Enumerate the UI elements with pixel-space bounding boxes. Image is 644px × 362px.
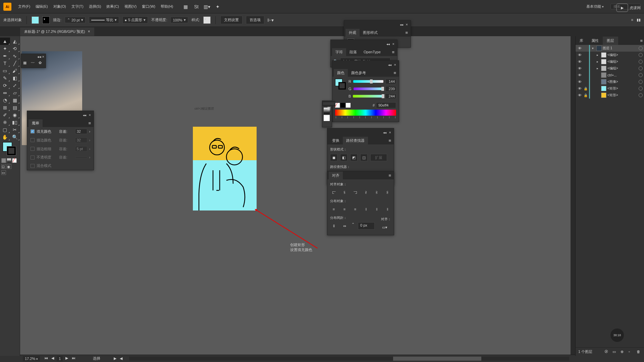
g-slider[interactable] [354,87,383,90]
blend-tool[interactable]: ◉ [10,111,20,119]
panel-menu-icon[interactable]: ≡ [404,30,409,35]
close-icon[interactable]: × [391,42,396,46]
r-slider[interactable] [353,80,383,83]
tab-paragraph[interactable]: 段落 [346,48,360,56]
tab-character[interactable]: 字符 [332,48,346,56]
zoom-tool[interactable]: 🔍 [10,133,20,141]
layer-name[interactable]: 图层 1 [603,46,638,51]
lasso-tool[interactable]: ⟲ [10,45,20,52]
spacing-input[interactable]: 0 px [358,222,375,230]
tolerance-input[interactable]: 32 [75,129,87,134]
chevron-right-icon[interactable]: › [89,130,90,133]
black-swatch[interactable] [340,103,345,108]
magic-wand-tab[interactable]: 魔棒 [29,119,43,127]
menu-file[interactable]: 文件(F) [15,4,33,9]
align-vcenter-button[interactable]: ⫖ [373,189,380,196]
tab-gradient[interactable]: 渐变 [323,102,335,105]
width-tool[interactable]: ⇔ [0,89,10,97]
checkbox[interactable] [31,147,35,151]
brush-def[interactable]: ●5 点圆形▾ [122,16,148,23]
checkbox[interactable] [31,164,35,168]
close-icon[interactable]: × [88,113,92,117]
make-clip-icon[interactable]: ▭ [612,350,617,354]
brush-tool[interactable]: 🖌 [10,67,20,74]
prev-artboard-button[interactable]: ◀ [50,356,55,361]
panel-menu-icon[interactable]: ≡ [387,138,392,143]
intersect-button[interactable]: ◩ [350,154,358,161]
target-icon[interactable] [639,93,643,97]
visibility-toggle[interactable]: 👁 [577,73,582,77]
exclude-button[interactable]: ◫ [360,154,368,161]
locate-layer-icon[interactable]: ⦿ [604,350,609,354]
r-value[interactable]: 144 [385,79,396,84]
horizontal-scrollbar[interactable] [129,357,569,361]
tab-opentype[interactable]: OpenType [360,49,384,55]
align-top-button[interactable]: ⫔ [362,189,370,196]
delete-layer-icon[interactable]: 🗑 [637,350,641,354]
visibility-toggle[interactable]: 👁 [577,66,582,70]
panel-menu-icon[interactable]: ≡ [392,70,397,75]
white-swatch[interactable] [346,103,351,108]
tab-layers[interactable]: 图层 [603,37,618,45]
tab-properties[interactable]: 属性 [587,37,603,45]
layer-name[interactable]: ctrl+... [607,73,638,77]
eraser-tool[interactable]: ◧ [10,74,20,82]
mesh-tool[interactable]: ⊞ [0,104,10,111]
dist-hcenter-button[interactable]: ⦀ [373,205,380,213]
eyedropper-tool[interactable]: ✐ [0,111,10,119]
close-icon[interactable]: × [88,29,90,34]
tab-color-guide[interactable]: 颜色参考 [348,69,369,77]
screen-mode-icon[interactable]: ⊡ [1,164,6,169]
collapse-icon[interactable]: ◂◂ [382,131,388,134]
b-slider[interactable] [353,95,383,98]
layer-row[interactable]: 👁<图像> [576,78,644,85]
magic-wand-tool[interactable]: ✦ [0,45,10,52]
line-tool[interactable]: ╱ [10,60,20,67]
curvature-tool[interactable]: ∿ [10,52,20,60]
free-transform-tool[interactable]: ▱ [10,89,20,97]
swatches-icon[interactable]: ▦ [23,61,28,67]
menu-type[interactable]: 文字(T) [69,4,86,9]
b-value[interactable]: 244 [385,94,396,99]
slice-tool[interactable]: ✂ [10,126,20,133]
layer-name[interactable]: <矩形> [607,93,638,98]
pen-tool[interactable]: ✒ [0,52,10,60]
none-swatch[interactable]: ╱ [335,103,340,108]
dist-left-button[interactable]: ⦀ [362,205,370,213]
close-icon[interactable]: × [42,55,44,59]
symbol-sprayer-tool[interactable]: ※ [0,119,10,126]
shaper-tool[interactable]: ✎ [0,74,10,82]
gradient-tool[interactable]: ▤ [10,104,20,111]
visibility-toggle[interactable]: 👁 [577,86,582,90]
align-left-button[interactable]: ⫍ [330,189,337,196]
target-icon[interactable] [639,73,643,77]
zoom-level[interactable]: 17.2% [23,356,40,361]
g-value[interactable]: 239 [385,86,396,92]
menu-window[interactable]: 窗口(W) [139,4,158,9]
tab-color[interactable]: 颜色 [334,69,348,77]
panel-menu-icon[interactable]: ≡ [87,121,92,126]
arrange-icon[interactable]: ▥▾ [204,4,210,10]
minus-front-button[interactable]: ◧ [340,154,347,161]
stroke-swatch[interactable] [42,16,50,24]
visibility-toggle[interactable]: 👁 [577,46,582,50]
layer-name[interactable]: <编组> [607,53,638,57]
target-icon[interactable] [639,46,643,50]
last-artboard-button[interactable]: ⏭ [71,356,76,361]
target-icon[interactable] [639,80,643,84]
layer-row[interactable]: 👁▸<编组> [576,58,644,65]
direct-selection-tool[interactable]: ◭ [10,38,20,45]
target-icon[interactable] [639,60,643,64]
close-icon[interactable]: × [388,130,392,134]
graph-tool[interactable]: ▮▯ [10,119,20,126]
rotate-tool[interactable]: ⟳ [0,82,10,89]
opacity-input[interactable]: 100%▾ [170,17,188,23]
layer-row[interactable]: 👁ctrl+... [576,72,644,78]
checkbox[interactable] [31,138,35,142]
layer-row[interactable]: 👁🔒<矩形> [576,92,644,99]
layer-name[interactable]: <编组> [607,66,638,71]
align-right-button[interactable]: ⫎ [352,189,359,196]
align-bottom-button[interactable]: ⫕ [384,189,391,196]
vertical-scrollbar[interactable] [571,36,575,355]
scroll-left-icon[interactable]: ▶ [114,356,116,361]
